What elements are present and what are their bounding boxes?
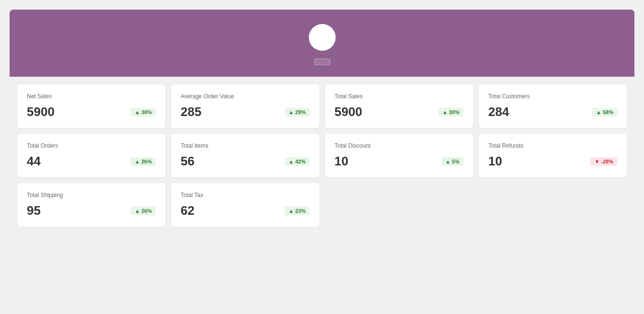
metrics-row-3: Total Shipping95▲ 26%Total Tax62▲ 23% [10,183,634,227]
metric-label: Total Customers [488,93,617,100]
metric-bottom: 5900▲ 30% [27,105,156,119]
woo-logo [309,24,336,51]
metric-label: Total Sales [335,93,463,100]
metric-label: Net Sales [27,93,156,100]
metric-card: Total Customers284▲ 58% [479,84,627,128]
metric-bottom: 95▲ 26% [27,203,156,218]
metric-card: Average Order Value285▲ 29% [171,84,319,128]
metric-value: 44 [27,154,41,169]
metric-value: 95 [27,203,41,218]
metric-badge: ▼ -28% [590,157,617,166]
metric-value: 5900 [335,105,362,119]
page-wrapper: Net Sales5900▲ 30%Average Order Value285… [0,0,644,250]
metric-badge: ▲ 23% [285,207,310,215]
metric-card: Total Refunds10▼ -28% [479,134,627,177]
metric-card: Total Discount10▲ 5% [325,134,473,177]
metric-badge: ▲ 58% [592,108,617,116]
metric-label: Total Discount [335,142,463,149]
metric-bottom: 5900▲ 30% [335,105,463,119]
metric-badge: ▲ 30% [131,108,156,116]
metric-label: Total Refunds [488,142,617,149]
report-header [10,10,634,77]
metric-value: 284 [488,105,509,119]
metric-bottom: 285▲ 29% [181,105,309,119]
metric-card: Total Orders44▲ 26% [17,134,165,177]
metric-card: Total Sales5900▲ 30% [325,84,473,128]
metric-badge: ▲ 30% [439,108,463,116]
date-range-badge [314,58,330,65]
metric-card-empty [325,183,473,227]
main-container: Net Sales5900▲ 30%Average Order Value285… [10,10,634,240]
metric-card: Total Items56▲ 42% [171,134,319,177]
metric-badge: ▲ 42% [285,157,310,166]
metric-value: 62 [181,203,194,218]
metrics-section: Net Sales5900▲ 30%Average Order Value285… [10,77,634,240]
metric-bottom: 10▼ -28% [488,154,617,169]
metric-card: Net Sales5900▲ 30% [17,84,165,128]
metric-badge: ▲ 26% [131,157,156,166]
metric-value: 56 [181,154,194,169]
metric-value: 10 [488,154,502,169]
metric-badge: ▲ 5% [441,157,463,166]
metric-label: Total Items [181,142,309,149]
metric-badge: ▲ 29% [285,108,310,116]
metric-bottom: 284▲ 58% [488,105,617,119]
metric-label: Total Tax [181,192,309,198]
metric-card-empty [479,183,627,227]
metric-bottom: 56▲ 42% [181,154,309,169]
metric-badge: ▲ 26% [131,207,156,215]
metric-value: 285 [181,105,201,119]
metric-card: Total Shipping95▲ 26% [17,183,165,227]
metric-card: Total Tax62▲ 23% [171,183,319,227]
metric-value: 10 [335,154,349,169]
metric-label: Total Orders [27,142,156,149]
metric-bottom: 10▲ 5% [335,154,463,169]
metrics-row-2: Total Orders44▲ 26%Total Items56▲ 42%Tot… [10,134,634,177]
metric-label: Total Shipping [27,192,156,198]
metric-bottom: 44▲ 26% [27,154,156,169]
metrics-row-1: Net Sales5900▲ 30%Average Order Value285… [10,84,634,128]
metric-bottom: 62▲ 23% [181,203,309,218]
metric-label: Average Order Value [181,93,309,100]
metric-value: 5900 [27,105,55,119]
